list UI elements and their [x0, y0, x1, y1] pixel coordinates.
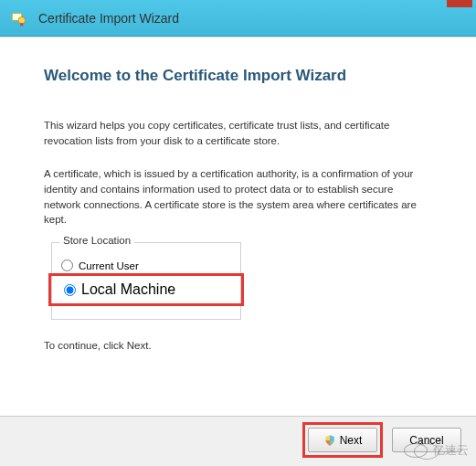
close-hint-edge	[447, 0, 472, 7]
wizard-description: A certificate, which is issued by a cert…	[44, 166, 432, 228]
title-bar: Certificate Import Wizard	[0, 0, 476, 37]
wizard-body: Welcome to the Certificate Import Wizard…	[0, 37, 476, 416]
store-location-label: Store Location	[59, 235, 134, 246]
radio-local-machine-label: Local Machine	[81, 281, 175, 298]
uac-shield-icon	[323, 434, 336, 447]
radio-current-user[interactable]: Current User	[61, 258, 231, 273]
radio-local-machine-input[interactable]	[64, 284, 76, 296]
wizard-intro: This wizard helps you copy certificates,…	[44, 118, 432, 148]
radio-local-machine[interactable]: Local Machine	[48, 273, 244, 306]
radio-current-user-input[interactable]	[61, 259, 73, 271]
watermark-logo-icon	[404, 443, 428, 458]
wizard-heading: Welcome to the Certificate Import Wizard	[44, 67, 432, 85]
watermark: 亿速云	[404, 442, 469, 459]
continue-hint: To continue, click Next.	[44, 340, 432, 351]
svg-point-1	[18, 16, 26, 24]
window-title: Certificate Import Wizard	[38, 11, 179, 26]
next-button-highlight: Next	[302, 422, 383, 458]
next-button[interactable]: Next	[308, 428, 377, 452]
certificate-wizard-icon	[9, 9, 27, 27]
radio-current-user-label: Current User	[79, 260, 139, 271]
store-location-group: Store Location Current User Local Machin…	[51, 242, 241, 320]
next-button-label: Next	[340, 434, 363, 447]
